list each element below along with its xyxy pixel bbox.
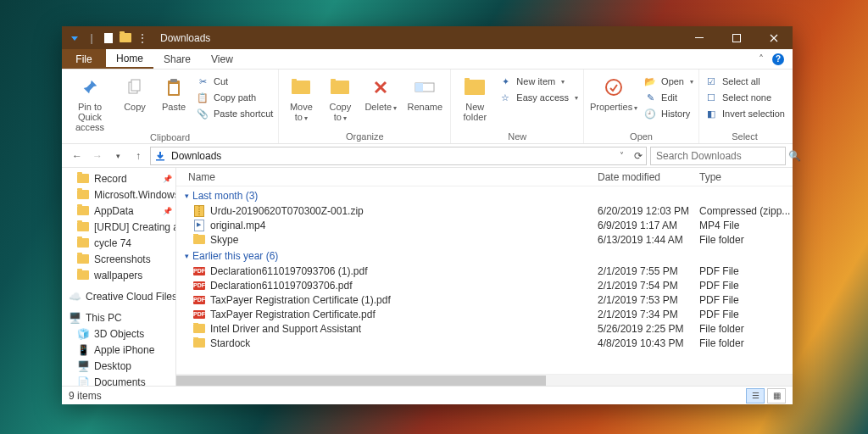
copy-to-button[interactable]: Copy to▾: [323, 71, 357, 123]
tab-share[interactable]: Share: [153, 49, 201, 69]
cube-icon: 🧊: [77, 328, 89, 340]
tree-apple-iphone[interactable]: 📱Apple iPhone: [62, 342, 175, 358]
scroll-thumb[interactable]: [176, 376, 546, 386]
column-name[interactable]: Name: [176, 171, 598, 183]
nav-tree[interactable]: Record📌 Microsoft.WindowsTe AppData📌 [UR…: [62, 168, 176, 386]
file-date: 2/1/2019 7:54 PM: [598, 280, 699, 292]
file-name: Declaration6110197093706 (1).pdf: [210, 265, 367, 277]
maximize-button[interactable]: [718, 26, 755, 49]
column-type[interactable]: Type: [699, 171, 793, 183]
file-type: File folder: [699, 234, 793, 246]
copy-button[interactable]: Copy: [118, 71, 152, 112]
paste-shortcut-button[interactable]: 📎Paste shortcut: [196, 107, 273, 120]
horizontal-scrollbar[interactable]: [176, 374, 793, 386]
overflow-icon[interactable]: ⋮: [136, 32, 148, 44]
file-row[interactable]: Intel Driver and Support Assistant5/26/2…: [176, 321, 793, 336]
copy-path-icon: 📋: [196, 91, 209, 104]
svg-rect-0: [104, 33, 113, 43]
monitor-icon: 🖥️: [69, 312, 81, 324]
nav-forward-button[interactable]: →: [89, 147, 106, 164]
minimize-button[interactable]: [681, 26, 718, 49]
tree-this-pc[interactable]: 🖥️This PC: [62, 309, 175, 326]
tree-wallpapers[interactable]: wallpapers: [62, 267, 175, 283]
pin-label: Pin to Quick access: [67, 102, 113, 132]
search-input[interactable]: [656, 150, 783, 162]
view-details-button[interactable]: ☰: [746, 388, 765, 403]
nav-up-button[interactable]: ↑: [130, 147, 147, 164]
tree-desktop[interactable]: 🖥️Desktop: [62, 358, 175, 374]
file-name: TaxPayer Registration Certificate (1).pd…: [210, 294, 391, 306]
file-row[interactable]: Skype6/13/2019 1:44 AMFile folder: [176, 232, 793, 247]
select-none-button[interactable]: ☐Select none: [704, 91, 785, 104]
refresh-button[interactable]: ⟳: [634, 150, 643, 162]
select-all-button[interactable]: ☑Select all: [704, 75, 785, 88]
tab-file[interactable]: File: [62, 49, 106, 69]
nav-back-button[interactable]: ←: [69, 147, 86, 164]
tree-cycle74[interactable]: cycle 74: [62, 235, 175, 251]
breadcrumb-location: Downloads: [171, 150, 221, 162]
search-box[interactable]: 🔍: [650, 147, 786, 165]
folder-icon: [193, 324, 205, 333]
invert-selection-button[interactable]: ◧Invert selection: [704, 107, 785, 120]
file-type: PDF File: [699, 309, 793, 320]
file-type: File folder: [699, 323, 793, 335]
column-date[interactable]: Date modified: [598, 171, 699, 183]
edit-button[interactable]: ✎Edit: [643, 91, 693, 104]
file-row[interactable]: PDFTaxPayer Registration Certificate (1)…: [176, 292, 793, 307]
cut-button[interactable]: ✂Cut: [196, 75, 273, 88]
down-arrow-icon[interactable]: [69, 32, 81, 44]
item-count: 9 items: [69, 390, 102, 402]
copy-path-button[interactable]: 📋Copy path: [196, 91, 273, 104]
open-button[interactable]: 📂Open▾: [643, 75, 693, 88]
file-row[interactable]: Stardock4/8/2019 10:43 PMFile folder: [176, 336, 793, 350]
pin-to-quick-access-button[interactable]: Pin to Quick access: [67, 71, 113, 132]
history-button[interactable]: 🕘History: [643, 107, 693, 120]
delete-button[interactable]: Delete▾: [362, 71, 399, 113]
tree-urdu[interactable]: [URDU] Creating a new c: [62, 219, 175, 235]
tab-view[interactable]: View: [201, 49, 243, 69]
tree-3d-objects[interactable]: 🧊3D Objects: [62, 326, 175, 342]
file-date: 6/20/2019 12:03 PM: [598, 205, 699, 217]
file-row[interactable]: PDFTaxPayer Registration Certificate.pdf…: [176, 307, 793, 321]
tree-documents[interactable]: 📄Documents: [62, 374, 175, 386]
move-to-button[interactable]: Move to▾: [284, 71, 318, 123]
file-row[interactable]: PDFDeclaration6110197093706 (1).pdf2/1/2…: [176, 264, 793, 278]
view-large-icons-button[interactable]: ▦: [767, 388, 786, 403]
paste-button[interactable]: Paste: [157, 71, 191, 112]
collapse-ribbon-icon[interactable]: ˄: [759, 53, 764, 65]
properties-button[interactable]: Properties▾: [589, 71, 638, 113]
crumb-caret-icon[interactable]: ˅: [620, 151, 624, 160]
tree-mswt[interactable]: Microsoft.WindowsTe: [62, 186, 175, 203]
tree-record[interactable]: Record📌: [62, 170, 175, 186]
chevron-down-icon: ▾: [185, 192, 189, 200]
file-row[interactable]: original.mp46/9/2019 1:17 AMMP4 File: [176, 218, 793, 232]
file-type: PDF File: [699, 280, 793, 292]
tree-screenshots[interactable]: Screenshots: [62, 251, 175, 267]
group-earlier-this-year[interactable]: ▾Earlier this year (6): [176, 247, 793, 264]
cut-icon: ✂: [196, 75, 209, 88]
group-last-month[interactable]: ▾Last month (3): [176, 186, 793, 203]
help-icon[interactable]: ?: [772, 53, 784, 65]
title-bar[interactable]: | ⋮ Downloads: [62, 26, 793, 49]
file-icon[interactable]: [103, 32, 114, 44]
new-folder-button[interactable]: New folder: [456, 71, 493, 122]
close-button[interactable]: [755, 26, 793, 49]
folder-icon[interactable]: [120, 32, 131, 44]
properties-icon: [604, 75, 623, 100]
file-row[interactable]: PDFDeclaration6110197093706.pdf2/1/2019 …: [176, 278, 793, 292]
ribbon-group-new: New folder ✦New item▾ ☆Easy access▾ New: [451, 70, 584, 143]
menu-bar: File Home Share View ˄ ?: [62, 49, 793, 70]
nav-recent-button[interactable]: ▾: [109, 147, 126, 164]
pdf-icon: PDF: [193, 281, 205, 290]
tree-creative-cloud[interactable]: ☁️Creative Cloud Files: [62, 288, 175, 304]
tab-home[interactable]: Home: [106, 49, 153, 69]
svg-rect-6: [170, 79, 177, 82]
file-row[interactable]: Urdu-20190620T070300Z-001.zip6/20/2019 1…: [176, 203, 793, 218]
file-date: 5/26/2019 2:25 PM: [598, 323, 699, 335]
easy-access-button[interactable]: ☆Easy access▾: [498, 91, 578, 104]
breadcrumb[interactable]: Downloads ˅ ⟳: [150, 147, 647, 165]
tree-appdata[interactable]: AppData📌: [62, 203, 175, 219]
column-headers[interactable]: Name Date modified Type: [176, 168, 793, 186]
rename-button[interactable]: Rename: [404, 71, 445, 112]
new-item-button[interactable]: ✦New item▾: [498, 75, 578, 88]
